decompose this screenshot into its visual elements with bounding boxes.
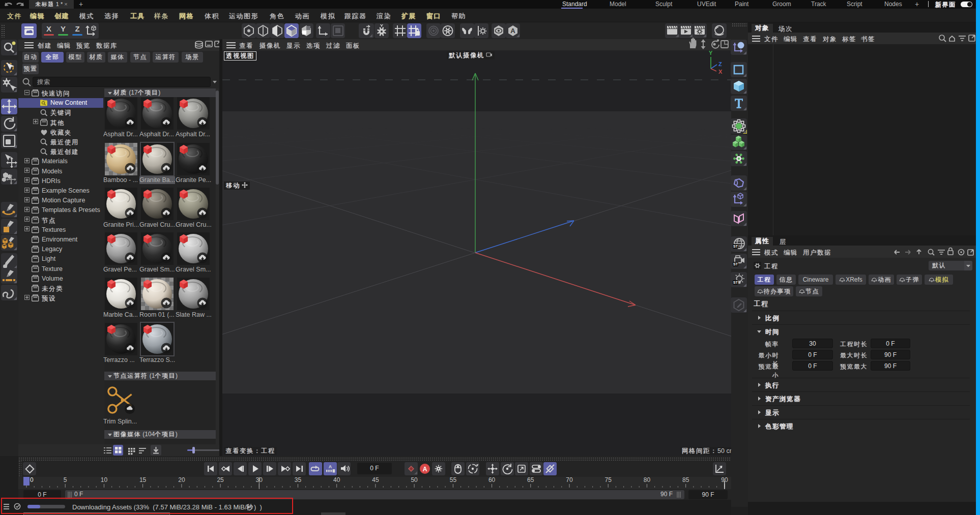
svg-text:75: 75 bbox=[605, 477, 612, 483]
svg-text:0: 0 bbox=[30, 477, 34, 483]
svg-text:15: 15 bbox=[139, 477, 147, 483]
svg-text:A: A bbox=[329, 464, 332, 469]
svg-text:60: 60 bbox=[488, 477, 496, 483]
svg-text:A: A bbox=[510, 27, 515, 35]
svg-text:ST: ST bbox=[733, 281, 738, 284]
svg-text:40: 40 bbox=[333, 477, 340, 483]
svg-text:ST: ST bbox=[733, 245, 738, 248]
svg-text:65: 65 bbox=[527, 477, 534, 483]
svg-text:ST: ST bbox=[733, 262, 738, 266]
svg-text:25: 25 bbox=[217, 477, 224, 483]
svg-text:45: 45 bbox=[372, 477, 379, 483]
svg-text:50: 50 bbox=[411, 477, 418, 483]
svg-text:A: A bbox=[423, 466, 427, 473]
svg-text:5: 5 bbox=[64, 477, 67, 483]
svg-text:70: 70 bbox=[566, 477, 573, 483]
svg-text:55: 55 bbox=[450, 477, 457, 483]
svg-text:20: 20 bbox=[178, 477, 185, 483]
svg-text:85: 85 bbox=[682, 477, 689, 483]
svg-text:10: 10 bbox=[101, 477, 108, 483]
svg-text:80: 80 bbox=[644, 477, 651, 483]
svg-text:35: 35 bbox=[295, 477, 302, 483]
